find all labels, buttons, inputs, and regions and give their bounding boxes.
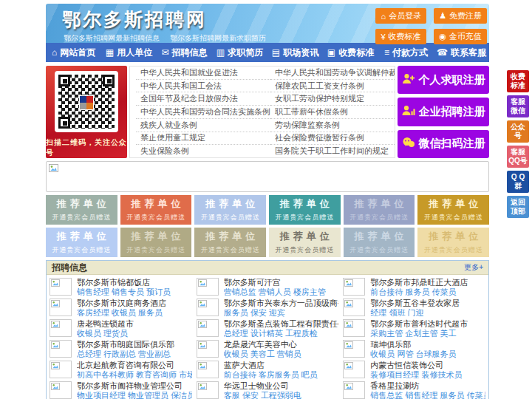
recommend-box[interactable]: 推荐单位 开通贵宾会员赠送 [120, 228, 192, 257]
recommend-box[interactable]: 推荐单位 开通贵宾会员赠送 [417, 228, 489, 257]
job-position-links[interactable]: 前台接待 客房服务员 吧员 [224, 370, 318, 380]
job-position-links[interactable]: 总经理 设计精英 工程质检 [224, 329, 339, 338]
recommend-box[interactable]: 推荐单位 开通贵宾会员赠送 [344, 195, 415, 225]
nav-item[interactable]: ▥ 求职简历 [212, 47, 267, 59]
law-link[interactable]: 劳动保障监察条例 [270, 119, 395, 132]
job-position-links[interactable]: 客服 保安 工程强弱电 [224, 391, 301, 399]
law-link[interactable]: 女职工劳动保护特别规定 [270, 92, 395, 106]
law-link[interactable]: 保障农民工工资支付条例 [270, 80, 395, 93]
law-link[interactable]: 中华人民共和国就业促进法 [136, 66, 270, 80]
header-button-label: 金币充值 [449, 31, 482, 42]
recommend-box[interactable]: 推荐单位 开通贵宾会员赠送 [194, 228, 266, 257]
job-company-link[interactable]: 鄂尔多斯市朗庭国际俱乐部 [77, 340, 174, 349]
job-position-links[interactable]: 经理 领班 门迎 [370, 308, 460, 318]
personal-register-button[interactable]: 个人求职注册 [398, 66, 489, 94]
recommend-box[interactable]: 推荐单位 开通贵宾会员赠送 [269, 195, 341, 225]
job-position-links[interactable]: 初高中各科教师 教育咨询师 市场专员 [77, 370, 192, 380]
recommend-box-subtitle: 开通贵宾会员赠送 [201, 245, 260, 255]
broken-image-icon [198, 321, 207, 328]
job-company-link[interactable]: 鄂尔多斯圣点装饰工程有限责任公司 [224, 319, 339, 329]
float-bar-item[interactable]: 公众 号 [507, 120, 529, 143]
jobs-more-link[interactable]: 更多+ [464, 262, 483, 273]
law-link[interactable]: 残疾人就业条例 [136, 119, 270, 132]
job-company-link[interactable]: 鄂尔多斯市锦都饭店 [77, 278, 171, 287]
float-bar-item[interactable]: 客服 QQ号 [507, 146, 529, 168]
job-position-links[interactable]: 前台接待 服务员 传菜员 [370, 287, 468, 297]
nav-item[interactable]: ⌂ 网站首页 [46, 47, 101, 59]
recommend-box[interactable]: 推荐单位 开通贵宾会员赠送 [46, 228, 117, 257]
recommend-box[interactable]: 推荐单位 开通贵宾会员赠送 [417, 195, 489, 225]
job-position-links[interactable]: 收银员 理货员 [77, 329, 134, 338]
job-company-link[interactable]: 鄂尔多斯市兴泰东方一品顶级商务火锅 [224, 299, 339, 308]
float-item-line2: 群 [507, 182, 529, 191]
law-link[interactable]: 社会保险费征缴暂行条例 [270, 132, 395, 146]
broken-image-icon [198, 300, 207, 307]
job-company-link[interactable]: 华远卫士物业公司 [224, 381, 301, 391]
recommend-box[interactable]: 推荐单位 开通贵宾会员赠送 [194, 195, 266, 225]
job-position-links[interactable]: 客房经理 收银员 服务员 [77, 308, 166, 318]
job-company-link[interactable]: 鄂尔多斯可汗宫 [224, 278, 326, 287]
nav-item[interactable]: ✉ 招聘信息 [157, 47, 212, 59]
header-button[interactable]: ◉ 金币充值 [434, 29, 487, 44]
job-position-links[interactable]: 收银员 网管 台球服务员 [370, 349, 456, 359]
header-button[interactable]: ¥ 收费标准 [375, 29, 426, 44]
job-company-link[interactable]: 唐老鸭连锁超市 [77, 319, 134, 329]
float-bar-item[interactable]: Q Q 群 [507, 171, 529, 193]
recommend-box[interactable]: 推荐单位 开通贵宾会员赠送 [344, 228, 415, 257]
law-link[interactable]: 国务院关于职工工作时间的规定 [270, 145, 395, 157]
recommend-box[interactable]: 推荐单位 开通贵宾会员赠送 [46, 195, 117, 225]
recommend-box[interactable]: 推荐单位 开通贵宾会员赠送 [269, 228, 341, 257]
job-company-link[interactable]: 鄂尔多斯市普利达时代超市 [370, 319, 468, 329]
job-position-links[interactable]: 营销总监 营销人员 楼房主管 [224, 287, 326, 297]
job-company-link[interactable]: 鄂尔多斯市阖祥物业管理公司 [77, 381, 192, 391]
job-company-link[interactable]: 鄂尔多斯五谷丰登农家居 [370, 299, 460, 308]
law-link[interactable]: 职工带薪年休假条例 [270, 106, 395, 119]
law-link[interactable]: 失业保险条例 [136, 145, 270, 157]
law-link[interactable]: 中华人民共和国劳动合同法实施条例 [136, 106, 270, 119]
job-company-link[interactable]: 鄂尔多斯市汉庭商务酒店 [77, 299, 166, 308]
nav-item[interactable]: ▤ 职场资讯 [267, 47, 323, 59]
broken-image-icon [51, 300, 60, 307]
float-bar-item[interactable]: 返回 顶部 [507, 196, 529, 218]
law-link[interactable]: 禁止使用童工规定 [136, 132, 270, 146]
job-company-link[interactable]: 内蒙古恒信装饰公司 [370, 361, 462, 370]
job-company-link[interactable]: 瑞坤俱乐部 [370, 340, 456, 349]
float-bar-item[interactable]: 收费 标准 [507, 70, 529, 92]
job-position-links[interactable]: 销售总监 销售经理 服务员 传菜员 门迎 [370, 391, 485, 399]
job-position-links[interactable]: 物业项目经理 物业管理员 保洁员 [77, 391, 192, 399]
nav-item[interactable]: ≡ 付款方式 [378, 47, 434, 59]
job-position-links[interactable]: 服务员 保安 迎宾 [224, 308, 339, 318]
job-company-link[interactable]: 香格里拉涮坊 [370, 381, 485, 391]
qr-finder-icon [58, 75, 70, 86]
nav-item[interactable]: ▦ 用人单位 [101, 47, 157, 59]
nav-item[interactable]: ▣ 收费标准 [323, 47, 378, 59]
float-bar-item[interactable]: 客服 微信 [507, 95, 529, 117]
job-company-link[interactable]: 蓝萨大酒店 [224, 361, 318, 370]
header-button-label: 收费标准 [389, 31, 421, 42]
header-button-icon: ◉ [439, 32, 446, 41]
law-link[interactable]: 全国年节及纪念日放假办法 [136, 92, 270, 106]
job-position-links[interactable]: 销售经理 销售专员 预订员 [77, 287, 171, 297]
header-buttons: ⌂ 会员登录 ♟ 免费注册 ¥ 收费标准 ◉ 金币充值 [375, 8, 487, 44]
job-text: 唐老鸭连锁超市 收银员 理货员 [77, 319, 134, 338]
law-link[interactable]: 中华人民共和国劳动争议调解仲裁法 [270, 66, 395, 80]
job-company-link[interactable]: 龙鼎晟汽车美容中心 [224, 340, 301, 349]
job-company-link[interactable]: 北京起航教育咨询有限公司 [77, 361, 192, 370]
nav-item[interactable]: ☎ 联系客服 [434, 47, 489, 59]
header-button[interactable]: ♟ 免费注册 [434, 8, 487, 24]
company-logo-placeholder [343, 340, 365, 358]
wechat-register-button[interactable]: 微信扫码注册 [398, 130, 489, 158]
company-register-button[interactable]: 企业招聘注册 [398, 98, 489, 126]
company-logo-placeholder [343, 361, 365, 378]
job-position-links[interactable]: 装修项目经理 装修技术员 [370, 370, 462, 380]
law-link[interactable]: 中华人民共和国工会法 [136, 80, 270, 93]
jobs-section: 招聘信息 更多+ 鄂尔多斯市锦都饭店 销售经理 销售专员 预订员 [46, 260, 489, 399]
recommend-box[interactable]: 推荐单位 开通贵宾会员赠送 [120, 195, 192, 225]
wechat-qr-banner[interactable]: 扫描二维码，关注公众号 [46, 66, 127, 158]
job-position-links[interactable]: 总经理 行政副总 营业副总 [77, 349, 174, 359]
job-position-links[interactable]: 采购主管 企划主管 美工 [370, 329, 468, 338]
job-position-links[interactable]: 收银员 美容工 营销员 [224, 349, 301, 359]
float-item-line1: 客服 [507, 98, 529, 106]
job-company-link[interactable]: 鄂尔多斯市邦鼎旺正大酒店 [370, 278, 468, 287]
header-button[interactable]: ⌂ 会员登录 [375, 8, 426, 24]
